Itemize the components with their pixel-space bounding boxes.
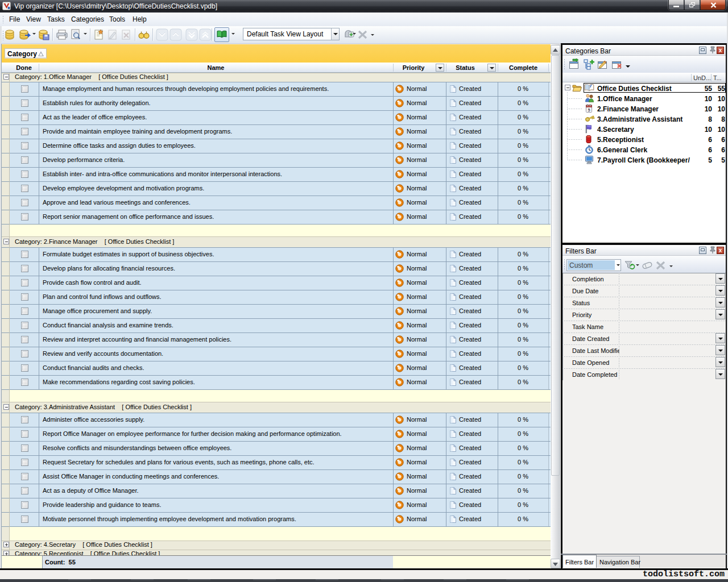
svg-text:5: 5 [588, 107, 590, 113]
